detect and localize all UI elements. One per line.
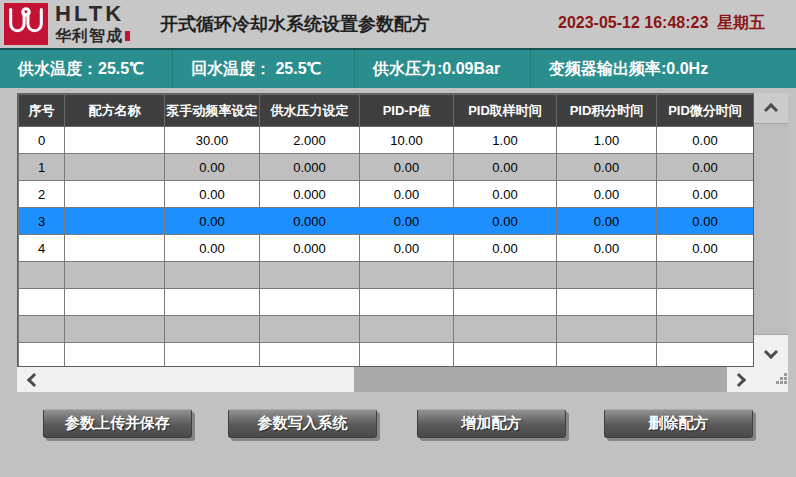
scroll-left-button[interactable]: [17, 367, 47, 392]
cell[interactable]: [165, 343, 260, 368]
cell[interactable]: 0: [19, 127, 65, 154]
cell[interactable]: [19, 343, 65, 368]
cell[interactable]: 2: [19, 181, 65, 208]
cell[interactable]: 0.00: [454, 154, 557, 181]
scroll-up-button[interactable]: [754, 93, 788, 123]
cell[interactable]: [360, 343, 454, 368]
cell[interactable]: [260, 262, 360, 289]
scroll-down-button[interactable]: [754, 339, 788, 367]
upload-save-button[interactable]: 参数上传并保存: [43, 409, 192, 438]
cell[interactable]: 0.00: [657, 181, 754, 208]
table-row[interactable]: [19, 262, 754, 289]
table-row[interactable]: 40.000.0000.000.000.000.00: [19, 235, 754, 262]
cell[interactable]: [65, 208, 165, 235]
table-row[interactable]: [19, 316, 754, 343]
logo: HLTK 华利智成: [55, 3, 130, 44]
cell[interactable]: [657, 343, 754, 368]
cell[interactable]: 0.00: [165, 235, 260, 262]
cell[interactable]: 0.000: [260, 181, 360, 208]
chevron-up-icon: [764, 103, 778, 117]
cell[interactable]: [657, 262, 754, 289]
cell[interactable]: [65, 289, 165, 316]
cell[interactable]: 1.00: [454, 127, 557, 154]
cell[interactable]: 0.00: [454, 181, 557, 208]
cell[interactable]: [260, 316, 360, 343]
cell[interactable]: 0.00: [165, 181, 260, 208]
cell[interactable]: 0.00: [165, 154, 260, 181]
cell[interactable]: 1: [19, 154, 65, 181]
cell[interactable]: [165, 316, 260, 343]
table-row[interactable]: 20.000.0000.000.000.000.00: [19, 181, 754, 208]
delete-recipe-button[interactable]: 删除配方: [604, 409, 753, 438]
cell[interactable]: [19, 316, 65, 343]
cell[interactable]: 0.000: [260, 235, 360, 262]
cell[interactable]: 0.00: [557, 235, 657, 262]
cell[interactable]: [65, 262, 165, 289]
horizontal-scrollbar[interactable]: [17, 367, 754, 392]
page-title: 开式循环冷却水系统设置参数配方: [160, 12, 430, 36]
cell[interactable]: 4: [19, 235, 65, 262]
cell[interactable]: [65, 154, 165, 181]
cell[interactable]: [360, 262, 454, 289]
cell[interactable]: [65, 343, 165, 368]
table-row[interactable]: [19, 343, 754, 368]
cell[interactable]: 30.00: [165, 127, 260, 154]
cell[interactable]: [557, 316, 657, 343]
cell[interactable]: [165, 289, 260, 316]
cell[interactable]: [557, 289, 657, 316]
cell[interactable]: [65, 235, 165, 262]
cell[interactable]: [65, 316, 165, 343]
cell[interactable]: [65, 127, 165, 154]
cell[interactable]: 0.00: [360, 181, 454, 208]
cell[interactable]: 0.00: [657, 154, 754, 181]
write-system-button[interactable]: 参数写入系统: [228, 409, 377, 438]
cell[interactable]: [360, 316, 454, 343]
header: HLTK 华利智成 开式循环冷却水系统设置参数配方 2023-05-12 16:…: [0, 0, 796, 48]
table-row[interactable]: 30.000.0000.000.000.000.00: [19, 208, 754, 235]
cell[interactable]: 0.00: [557, 208, 657, 235]
horizontal-scroll-thumb[interactable]: [354, 367, 727, 392]
cell[interactable]: 0.00: [557, 181, 657, 208]
cell[interactable]: 0.000: [260, 154, 360, 181]
cell[interactable]: 0.00: [165, 208, 260, 235]
cell[interactable]: 10.00: [360, 127, 454, 154]
cell[interactable]: [454, 289, 557, 316]
cell[interactable]: [19, 289, 65, 316]
cell[interactable]: [657, 289, 754, 316]
cell[interactable]: [657, 316, 754, 343]
status-bar: 供水温度：25.5℃回水温度： 25.5℃供水压力:0.09Bar变频器输出频率…: [0, 48, 796, 88]
cell[interactable]: [65, 181, 165, 208]
cell[interactable]: 0.00: [454, 235, 557, 262]
cell[interactable]: 0.00: [557, 154, 657, 181]
cell[interactable]: 0.00: [360, 154, 454, 181]
cell[interactable]: 0.00: [360, 235, 454, 262]
cell[interactable]: [19, 262, 65, 289]
cell[interactable]: 1.00: [557, 127, 657, 154]
cell[interactable]: [557, 262, 657, 289]
cell[interactable]: [454, 316, 557, 343]
cell[interactable]: 0.00: [454, 208, 557, 235]
cell[interactable]: [360, 289, 454, 316]
cell[interactable]: [557, 343, 657, 368]
datetime: 2023-05-12 16:48:23 星期五: [558, 13, 765, 34]
cell[interactable]: 0.00: [657, 127, 754, 154]
table-row[interactable]: 10.000.0000.000.000.000.00: [19, 154, 754, 181]
cell[interactable]: [165, 262, 260, 289]
add-recipe-button[interactable]: 增加配方: [417, 409, 566, 438]
scroll-right-button[interactable]: [727, 367, 754, 392]
cell[interactable]: 0.00: [657, 235, 754, 262]
cell[interactable]: 2.000: [260, 127, 360, 154]
status-item-3: 变频器输出频率:0.0Hz: [530, 50, 796, 88]
vertical-scroll-thumb[interactable]: [754, 123, 788, 335]
cell[interactable]: 0.000: [260, 208, 360, 235]
cell[interactable]: [260, 289, 360, 316]
cell[interactable]: [454, 343, 557, 368]
table-row[interactable]: [19, 289, 754, 316]
cell[interactable]: [260, 343, 360, 368]
cell[interactable]: 0.00: [657, 208, 754, 235]
cell[interactable]: 3: [19, 208, 65, 235]
cell[interactable]: 0.00: [360, 208, 454, 235]
cell[interactable]: [454, 262, 557, 289]
table-row[interactable]: 030.002.00010.001.001.000.00: [19, 127, 754, 154]
vertical-scrollbar[interactable]: [754, 93, 788, 367]
